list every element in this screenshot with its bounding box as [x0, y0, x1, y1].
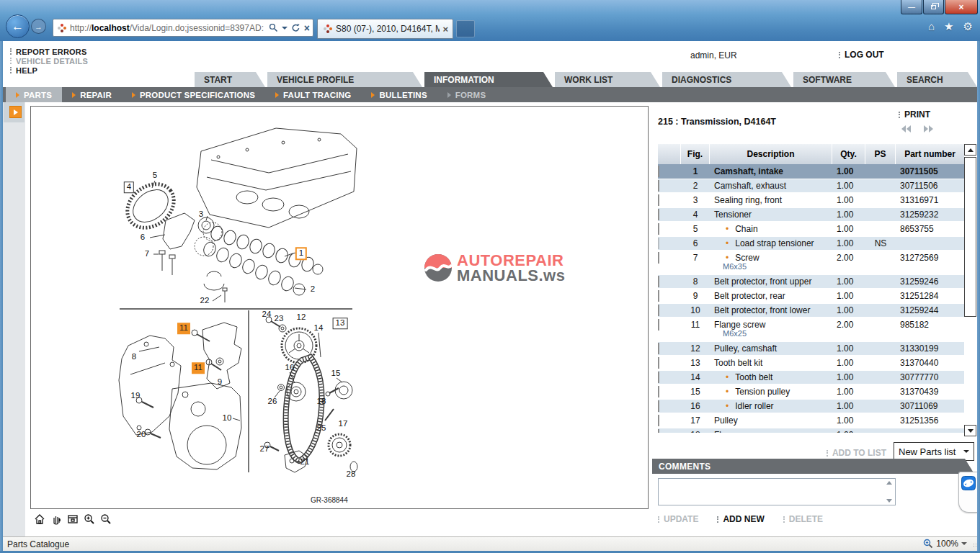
previous-page-icon[interactable] [901, 125, 912, 132]
row-checkbox[interactable] [658, 400, 659, 412]
header-link-report-errors[interactable]: REPORT ERRORS [10, 47, 88, 56]
table-row[interactable]: 17Pulley1.0031251356 [658, 413, 964, 428]
scroll-down-icon[interactable] [886, 499, 892, 503]
browser-tab[interactable]: S80 (07-), 2010, D4164T, MT... × [317, 19, 453, 39]
scroll-up-icon[interactable] [886, 481, 892, 485]
subnav-fault-tracing[interactable]: FAULT TRACING [265, 87, 361, 102]
part-description: Pulley [710, 413, 832, 428]
row-checkbox[interactable] [658, 415, 659, 426]
row-checkbox[interactable] [658, 357, 659, 369]
print-button[interactable]: PRINT [899, 109, 930, 120]
scroll-up-icon[interactable] [964, 144, 976, 156]
parts-list-dropdown[interactable]: New Parts list [894, 442, 974, 461]
home-icon[interactable]: ⌂ [928, 20, 935, 33]
table-row[interactable]: 8Belt protector, front upper1.0031259246 [658, 274, 964, 289]
table-row[interactable]: 12Pulley, camshaft1.0031330199 [658, 341, 964, 356]
dotted-link-icon [899, 112, 900, 118]
row-checkbox[interactable] [658, 386, 659, 397]
close-window-button[interactable]: × [945, 0, 978, 14]
table-row[interactable]: 16•Idler roller1.0030711069 [658, 399, 964, 413]
table-row[interactable]: 4Tensioner1.0031259232 [658, 207, 964, 222]
subnav-product-specifications[interactable]: PRODUCT SPECIFICATIONS [122, 87, 265, 102]
favorites-star-icon[interactable]: ★ [944, 20, 953, 33]
refresh-icon[interactable] [291, 23, 300, 32]
table-row[interactable]: 9Belt protector, rear1.0031251284 [658, 289, 964, 303]
table-row[interactable]: 6•Load strap tensioner1.00NS [658, 236, 964, 251]
table-row[interactable]: 10Belt protector, front lower1.003125924… [658, 303, 964, 318]
quantity: 1.00 [832, 370, 865, 385]
pan-hand-icon[interactable] [50, 513, 62, 525]
zoom-out-icon[interactable] [99, 513, 112, 525]
table-row[interactable]: 5•Chain1.008653755 [658, 222, 964, 236]
tab-vehicle-profile[interactable]: VEHICLE PROFILE [267, 72, 422, 87]
table-row[interactable]: 14•Tooth belt1.0030777770 [658, 370, 964, 385]
zoom-control[interactable]: 100% [923, 539, 967, 549]
header-link-help[interactable]: HELP [10, 66, 88, 75]
row-checkbox[interactable] [658, 209, 659, 220]
row-checkbox[interactable] [658, 194, 659, 206]
row-checkbox[interactable] [658, 372, 659, 383]
resize-grip[interactable] [976, 544, 976, 544]
row-checkbox[interactable] [658, 166, 659, 177]
teamviewer-flap[interactable] [958, 472, 977, 513]
add-new-button[interactable]: ADD NEW [717, 514, 764, 524]
row-checkbox[interactable] [658, 429, 659, 433]
tab-close-icon[interactable]: × [442, 24, 448, 35]
row-checkbox[interactable] [658, 276, 659, 287]
row-checkbox[interactable] [658, 290, 659, 302]
zoom-dropdown-icon[interactable] [961, 542, 967, 545]
zoom-in-icon[interactable] [83, 513, 95, 525]
table-row[interactable]: 15•Tension pulley1.0031370439 [658, 385, 964, 399]
part-number: 31259246 [896, 274, 964, 289]
tab-information[interactable]: INFORMATION [424, 72, 553, 87]
tab-work-list[interactable]: WORK LIST [555, 72, 660, 87]
table-row[interactable]: 1Camshaft, intake1.0030711505 [658, 164, 964, 179]
tab-start[interactable]: START [195, 72, 265, 87]
row-checkbox[interactable] [658, 305, 659, 316]
stop-icon[interactable]: × [304, 23, 310, 33]
row-checkbox[interactable] [658, 180, 659, 192]
subnav-repair[interactable]: REPAIR [62, 87, 122, 102]
restore-button[interactable] [923, 0, 944, 14]
quantity: 1.00 [832, 164, 865, 179]
back-button[interactable]: ← [6, 14, 30, 38]
comment-input[interactable] [659, 479, 883, 505]
row-checkbox[interactable] [658, 238, 659, 249]
table-row[interactable]: 11Flange screwM6x252.00985182 [658, 318, 964, 341]
subnav-parts[interactable]: PARTS [6, 87, 62, 102]
scroll-down-icon[interactable] [964, 425, 976, 436]
panel-toggle-button[interactable] [9, 106, 22, 118]
next-page-icon[interactable] [923, 125, 933, 132]
table-row[interactable]: 18Flange screw1.00 [658, 428, 964, 433]
address-bar[interactable]: http://localhost/Vida/Login.do;jsessioni… [53, 19, 313, 37]
table-row[interactable]: 2Camshaft, exhaust1.0030711506 [658, 179, 964, 193]
section-title: 215 : Transmission, D4164T [658, 117, 776, 127]
diagram-caption: GR-368844 [311, 496, 348, 504]
search-dropdown-icon[interactable] [282, 27, 288, 30]
tab-search[interactable]: SEARCH [897, 72, 977, 87]
settings-gear-icon[interactable]: ⚙ [963, 20, 973, 33]
home-icon[interactable] [33, 513, 45, 525]
table-scrollbar[interactable] [964, 144, 976, 436]
quantity: 1.00 [832, 236, 865, 251]
logout-button[interactable]: LOG OUT [839, 50, 884, 60]
minimize-button[interactable]: — [901, 0, 922, 14]
parts-diagram-viewport[interactable]: 5436712221181191910202423121314161526182… [30, 106, 649, 509]
row-checkbox[interactable] [658, 319, 659, 331]
tab-diagnostics[interactable]: DIAGNOSTICS [662, 72, 791, 87]
fit-page-icon[interactable] [66, 513, 79, 525]
table-row[interactable]: 13Tooth belt kit1.0031370440 [658, 356, 964, 370]
sub-item-bullet-icon: • [726, 401, 729, 411]
search-icon[interactable] [269, 23, 278, 32]
row-checkbox[interactable] [658, 343, 659, 354]
table-row[interactable]: 7•ScrewM6x352.0031272569 [658, 251, 964, 274]
row-checkbox[interactable] [658, 252, 659, 264]
scrollbar-thumb[interactable] [964, 157, 976, 317]
forward-button[interactable]: → [31, 19, 46, 34]
add-to-list-button[interactable]: ADD TO LIST [827, 448, 886, 458]
new-tab-button[interactable] [456, 20, 475, 37]
row-checkbox[interactable] [658, 223, 659, 235]
table-row[interactable]: 3Sealing ring, front1.0031316971 [658, 193, 964, 207]
subnav-bulletins[interactable]: BULLETINS [361, 87, 437, 102]
tab-software[interactable]: SOFTWARE [793, 72, 895, 87]
